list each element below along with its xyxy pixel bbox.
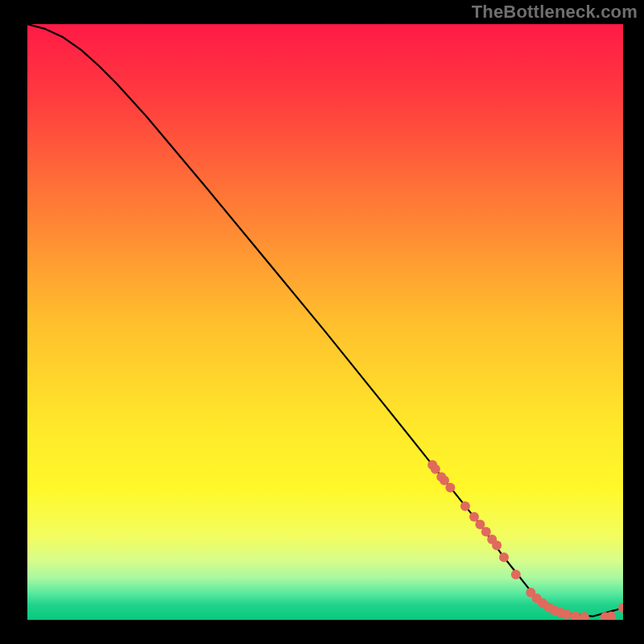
- chart-frame: TheBottleneck.com: [0, 0, 644, 644]
- data-point: [492, 541, 502, 551]
- plot-area: [27, 24, 623, 620]
- data-point: [469, 512, 479, 522]
- data-point: [511, 570, 521, 580]
- data-point: [481, 526, 491, 536]
- data-point: [499, 552, 509, 562]
- data-point: [431, 464, 440, 474]
- chart-svg: [27, 24, 623, 620]
- watermark-text: TheBottleneck.com: [472, 2, 638, 23]
- data-point: [460, 502, 470, 511]
- data-point: [445, 483, 455, 493]
- data-point: [562, 609, 572, 619]
- gradient-background: [27, 24, 623, 620]
